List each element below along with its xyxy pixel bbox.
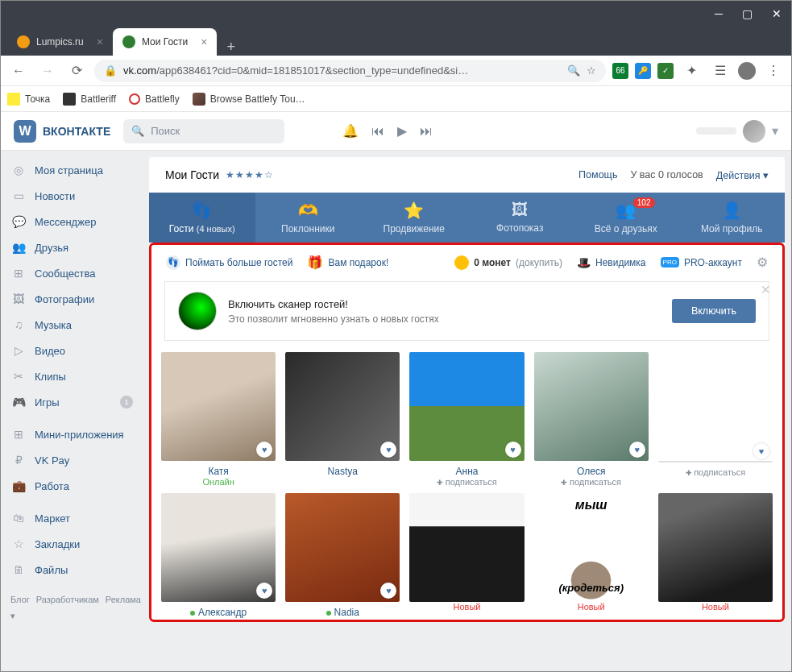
guest-photo[interactable]: [658, 493, 773, 602]
promo-text: Это позволит мгновенно узнать о новых го…: [228, 313, 439, 325]
sidebar-icon: ♫: [10, 317, 27, 333]
pro-icon: PRO: [661, 257, 679, 268]
sidebar-item[interactable]: ☆Закладки: [1, 531, 143, 557]
sidebar-item[interactable]: 💬Мессенджер: [1, 209, 143, 234]
help-link[interactable]: Помощь: [578, 169, 617, 181]
sidebar-item[interactable]: ▷Видео: [1, 338, 143, 363]
guest-card: ♥Nadia: [285, 493, 400, 618]
app-tab[interactable]: 👤Мой профиль: [679, 193, 786, 243]
subscribe-link[interactable]: подписаться: [658, 467, 773, 477]
reading-list-icon[interactable]: ☰: [709, 63, 732, 78]
guest-name[interactable]: Олеся: [534, 466, 649, 477]
guest-name[interactable]: Nastya: [285, 466, 400, 477]
browser-tab[interactable]: Lumpics.ru×: [7, 28, 113, 56]
minimize-button[interactable]: ─: [715, 7, 723, 20]
guest-name[interactable]: Катя: [161, 466, 276, 477]
sidebar-item[interactable]: 🗎Файлы: [1, 557, 143, 583]
bookmark-item[interactable]: Battlefly: [129, 93, 180, 105]
vk-search-input[interactable]: 🔍 Поиск: [123, 119, 284, 143]
bookmark-star-icon[interactable]: ☆: [587, 64, 596, 77]
footer-link[interactable]: Реклама: [106, 595, 141, 604]
tab-close-icon[interactable]: ×: [97, 35, 103, 48]
tab-label: Мой профиль: [701, 223, 763, 234]
extension-badge-check[interactable]: ✓: [657, 63, 674, 79]
toolbar-coins[interactable]: 0 монет (докупить): [454, 255, 562, 270]
footer-link[interactable]: Блог: [10, 595, 30, 604]
app-toolbar: 👣Поймать больше гостей 🎁Вам подарок! 0 м…: [155, 248, 779, 276]
close-button[interactable]: ✕: [772, 7, 782, 20]
extension-badge-key[interactable]: 🔑: [635, 63, 651, 79]
toolbar-gift[interactable]: 🎁Вам подарок!: [307, 255, 388, 270]
toolbar-catch[interactable]: 👣Поймать больше гостей: [166, 255, 292, 270]
url-box[interactable]: 🔒 vk.com/app638461?cid=0&mid=181851017&s…: [94, 60, 606, 82]
music-play-icon[interactable]: ▶: [397, 123, 407, 139]
tab-close-icon[interactable]: ×: [201, 35, 207, 48]
back-button[interactable]: ←: [7, 64, 30, 78]
guest-photo[interactable]: мыш(кродеться): [534, 493, 649, 602]
guest-name[interactable]: Александр: [161, 607, 276, 618]
extensions-icon[interactable]: ✦: [680, 63, 703, 78]
bookmark-item[interactable]: Browse Battlefy Tou…: [193, 93, 305, 106]
sidebar-item[interactable]: ⊞Мини-приложения: [1, 421, 143, 447]
like-icon[interactable]: ♥: [505, 442, 521, 458]
browser-tab[interactable]: Мои Гости×: [113, 28, 218, 56]
app-tab[interactable]: 👥Всё о друзьях102: [573, 193, 679, 243]
bookmark-label: Battleriff: [81, 93, 116, 105]
like-icon[interactable]: ♥: [753, 443, 769, 459]
actions-dropdown[interactable]: Действия ▾: [716, 169, 769, 181]
sidebar-item[interactable]: ₽VK Pay: [1, 447, 143, 473]
app-tab[interactable]: 👣Гости (4 новых): [149, 193, 255, 243]
sidebar-icon: 🖼: [10, 291, 27, 307]
guest-photo[interactable]: [658, 461, 773, 463]
new-tab-button[interactable]: +: [217, 39, 245, 56]
bookmark-item[interactable]: Точка: [7, 93, 50, 106]
sidebar-item[interactable]: ▭Новости: [1, 183, 143, 209]
sidebar-item[interactable]: 👥Друзья: [1, 234, 143, 260]
sidebar-item[interactable]: 🛍Маркет: [1, 505, 143, 531]
guest-name[interactable]: Nadia: [285, 607, 400, 618]
app-title: Мои Гости: [165, 168, 219, 181]
reload-button[interactable]: ⟳: [65, 63, 88, 78]
vk-logo[interactable]: W ВКОНТАКТЕ: [14, 120, 110, 143]
rating-stars[interactable]: ★★★★☆: [226, 169, 274, 180]
tab-label: Поклонники: [281, 223, 334, 234]
music-prev-icon[interactable]: ⏮: [371, 124, 384, 139]
sidebar-item[interactable]: ⊞Сообщества: [1, 260, 143, 286]
sidebar-item[interactable]: ♫Музыка: [1, 312, 143, 338]
sidebar-label: Клипы: [35, 371, 66, 383]
app-tab[interactable]: ⭐Продвижение: [361, 193, 467, 243]
like-icon[interactable]: ♥: [629, 442, 645, 458]
profile-avatar[interactable]: [738, 62, 756, 80]
guest-photo[interactable]: [409, 493, 524, 602]
sidebar-label: Маркет: [35, 512, 70, 525]
sidebar-item[interactable]: ◎Моя страница: [1, 157, 143, 183]
header-user[interactable]: ▾: [696, 120, 778, 143]
sidebar-item[interactable]: 🖼Фотографии: [1, 286, 143, 312]
extension-badge-66[interactable]: 66: [612, 63, 628, 79]
menu-icon[interactable]: ⋮: [762, 63, 785, 78]
app-tab[interactable]: 🫶Поклонники: [255, 193, 362, 243]
toolbar-invisible[interactable]: 🎩Невидимка: [577, 256, 646, 269]
sidebar-item[interactable]: ✂Клипы: [1, 363, 143, 389]
sidebar-item[interactable]: 💼Работа: [1, 473, 143, 499]
bookmark-label: Точка: [25, 93, 50, 105]
app-tab[interactable]: 🖼Фотопоказ: [467, 193, 574, 243]
sidebar-item[interactable]: 🎮Игры1: [1, 389, 143, 415]
close-promo-icon[interactable]: ×: [761, 280, 770, 299]
vk-brand: ВКОНТАКТЕ: [43, 125, 110, 138]
notifications-icon[interactable]: 🔔: [342, 123, 359, 139]
forward-button[interactable]: →: [36, 64, 59, 78]
footer-link[interactable]: Разработчикам: [36, 595, 99, 604]
enable-scanner-button[interactable]: Включить: [672, 299, 756, 323]
sidebar-icon: 🛍: [10, 510, 27, 526]
bookmark-item[interactable]: Battleriff: [63, 93, 116, 106]
guest-name[interactable]: Анна: [409, 466, 524, 477]
gear-icon[interactable]: ⚙: [757, 255, 768, 270]
toolbar-pro[interactable]: PROPRO-аккаунт: [661, 257, 742, 268]
maximize-button[interactable]: ▢: [742, 7, 753, 20]
search-engine-icon[interactable]: 🔍: [567, 64, 580, 77]
music-next-icon[interactable]: ⏭: [420, 124, 433, 139]
sidebar-label: Моя страница: [35, 164, 103, 176]
subscribe-link[interactable]: подписаться: [534, 477, 649, 487]
subscribe-link[interactable]: подписаться: [409, 477, 524, 487]
